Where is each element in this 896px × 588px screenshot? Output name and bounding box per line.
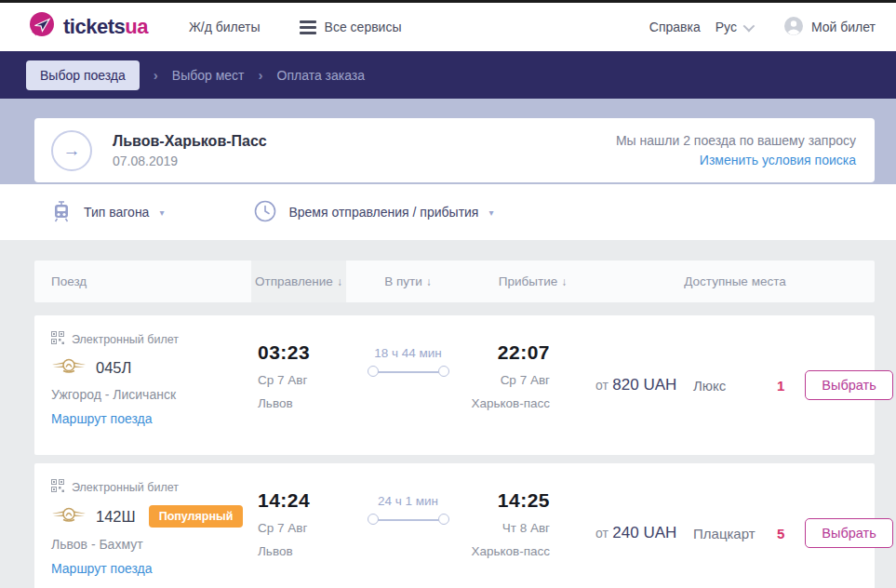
nav-all-services[interactable]: Все сервисы bbox=[300, 20, 402, 34]
breadcrumb: Выбор поезда › Выбор мест › Оплата заказ… bbox=[0, 51, 896, 99]
price: от 240 UAH bbox=[595, 524, 693, 542]
eticket-line: Электронный билет bbox=[51, 331, 251, 347]
arrival-date: Ср 7 Авг bbox=[470, 373, 550, 387]
select-train-button[interactable]: Выбрать bbox=[805, 518, 892, 548]
railway-emblem-icon bbox=[51, 506, 87, 527]
arrival-time: 14:25 bbox=[470, 489, 550, 512]
column-header-seats: Доступные места bbox=[595, 274, 875, 288]
chevron-down-icon bbox=[742, 20, 755, 32]
route-date: 07.08.2019 bbox=[113, 154, 267, 168]
language-selector[interactable]: Рус bbox=[715, 20, 752, 34]
filter-bar: Тип вагона ▾ Время отправления / прибыти… bbox=[0, 184, 896, 240]
popular-badge: Популярный bbox=[149, 505, 244, 528]
departure-cell: 03:23 Ср 7 Авг Львов bbox=[251, 315, 346, 455]
route-title: Львов-Харьков-Пасс bbox=[113, 133, 267, 150]
chevron-separator-icon: › bbox=[154, 67, 158, 83]
breadcrumb-step-train-selection[interactable]: Выбор поезда bbox=[26, 60, 140, 90]
train-number: 142Ш bbox=[96, 508, 136, 526]
train-number-line: 142Ш Популярный bbox=[51, 505, 251, 528]
select-train-button[interactable]: Выбрать bbox=[805, 370, 892, 400]
qr-code-icon bbox=[51, 331, 64, 347]
time-filter[interactable]: Время отправления / прибытия ▾ bbox=[254, 200, 493, 225]
departure-station: Львов bbox=[258, 396, 346, 410]
logo-pin-icon bbox=[28, 11, 56, 43]
user-icon bbox=[783, 16, 804, 39]
departure-station: Львов bbox=[258, 544, 346, 558]
arrival-cell: 14:25 Чт 8 Авг Харьков-пасс bbox=[470, 463, 595, 588]
seat-count: 1 bbox=[777, 378, 784, 394]
results-area: Поезд Отправление↓ В пути↓ Прибытие↓ Дос… bbox=[0, 240, 896, 588]
train-result-row: Электронный билет 045Л Уж bbox=[34, 315, 875, 455]
hamburger-icon bbox=[300, 20, 316, 34]
train-route-text: Львов - Бахмут bbox=[51, 537, 251, 552]
duration-text: 24 ч 1 мин bbox=[378, 494, 438, 508]
column-header-duration[interactable]: В пути↓ bbox=[346, 274, 470, 288]
caret-down-icon: ▾ bbox=[488, 207, 493, 218]
sort-down-icon: ↓ bbox=[426, 275, 432, 288]
my-ticket-link[interactable]: Мой билет bbox=[783, 16, 876, 39]
column-header-arrival[interactable]: Прибытие↓ bbox=[470, 274, 595, 288]
breadcrumb-step-seat-selection[interactable]: Выбор мест bbox=[172, 68, 245, 83]
logo[interactable]: ticketsua bbox=[28, 11, 148, 43]
departure-time: 03:23 bbox=[258, 341, 346, 364]
train-result-row: Электронный билет 142Ш Популярный bbox=[34, 463, 875, 588]
departure-date: Ср 7 Авг bbox=[258, 373, 346, 387]
help-link[interactable]: Справка bbox=[649, 20, 701, 34]
duration-timeline bbox=[368, 514, 449, 527]
arrival-station: Харьков-пасс bbox=[470, 396, 550, 410]
duration-text: 18 ч 44 мин bbox=[374, 346, 442, 360]
logo-text: ticketsua bbox=[63, 15, 148, 39]
arrival-station: Харьков-пасс bbox=[470, 544, 550, 558]
route-block: Львов-Харьков-Пасс 07.08.2019 bbox=[113, 133, 267, 168]
wagon-class: Плацкарт bbox=[693, 526, 777, 541]
seats-cell: от 240 UAH Плацкарт 5 Выбрать bbox=[595, 463, 896, 588]
sort-down-icon: ↓ bbox=[337, 275, 342, 288]
caret-down-icon: ▾ bbox=[159, 207, 164, 218]
column-header-train: Поезд bbox=[34, 274, 251, 288]
train-icon bbox=[51, 200, 72, 225]
seats-cell: от 820 UAH Люкс 1 Выбрать bbox=[595, 315, 896, 455]
qr-code-icon bbox=[51, 479, 64, 495]
clock-icon bbox=[254, 200, 276, 225]
header-right: Справка Рус Мой билет bbox=[649, 16, 876, 39]
train-route-text: Ужгород - Лисичанск bbox=[51, 387, 251, 402]
train-number: 045Л bbox=[96, 359, 131, 377]
sort-down-icon: ↓ bbox=[561, 275, 567, 288]
eticket-line: Электронный билет bbox=[51, 479, 251, 495]
seat-count: 5 bbox=[777, 526, 784, 541]
arrow-right-circle-icon: → bbox=[51, 130, 92, 171]
summary-right: Мы нашли 2 поезда по вашему запросу Изме… bbox=[616, 133, 856, 167]
search-summary-card: → Львов-Харьков-Пасс 07.08.2019 Мы нашли… bbox=[34, 118, 875, 182]
chevron-separator-icon: › bbox=[259, 67, 263, 83]
wagon-class: Люкс bbox=[693, 378, 777, 394]
duration-timeline bbox=[368, 366, 449, 379]
train-info-cell: Электронный билет 045Л Уж bbox=[34, 315, 251, 455]
departure-date: Ср 7 Авг bbox=[258, 521, 346, 535]
train-number-line: 045Л bbox=[51, 357, 251, 378]
railway-emblem-icon bbox=[51, 357, 87, 378]
breadcrumb-step-payment[interactable]: Оплата заказа bbox=[277, 68, 366, 83]
arrival-cell: 22:07 Ср 7 Авг Харьков-пасс bbox=[470, 315, 595, 455]
top-header: ticketsua Ж/д билеты Все сервисы Справка… bbox=[0, 3, 896, 51]
duration-cell: 24 ч 1 мин bbox=[346, 463, 470, 588]
departure-cell: 14:24 Ср 7 Авг Львов bbox=[251, 463, 346, 588]
train-route-link[interactable]: Маршрут поезда bbox=[51, 561, 251, 576]
departure-time: 14:24 bbox=[258, 489, 346, 512]
arrival-time: 22:07 bbox=[470, 341, 550, 364]
search-summary-band: → Львов-Харьков-Пасс 07.08.2019 Мы нашли… bbox=[0, 99, 896, 184]
column-header-departure[interactable]: Отправление↓ bbox=[251, 261, 346, 302]
nav-rail-tickets[interactable]: Ж/д билеты bbox=[189, 20, 261, 34]
edit-search-link[interactable]: Изменить условия поиска bbox=[616, 153, 856, 167]
results-count-text: Мы нашли 2 поезда по вашему запросу bbox=[616, 133, 856, 148]
wagon-type-filter[interactable]: Тип вагона ▾ bbox=[51, 200, 164, 225]
table-header: Поезд Отправление↓ В пути↓ Прибытие↓ Дос… bbox=[34, 261, 875, 302]
train-info-cell: Электронный билет 142Ш Популярный bbox=[34, 463, 251, 588]
price: от 820 UAH bbox=[595, 376, 693, 394]
duration-cell: 18 ч 44 мин bbox=[346, 315, 470, 455]
train-route-link[interactable]: Маршрут поезда bbox=[51, 411, 251, 426]
arrival-date: Чт 8 Авг bbox=[470, 521, 550, 535]
